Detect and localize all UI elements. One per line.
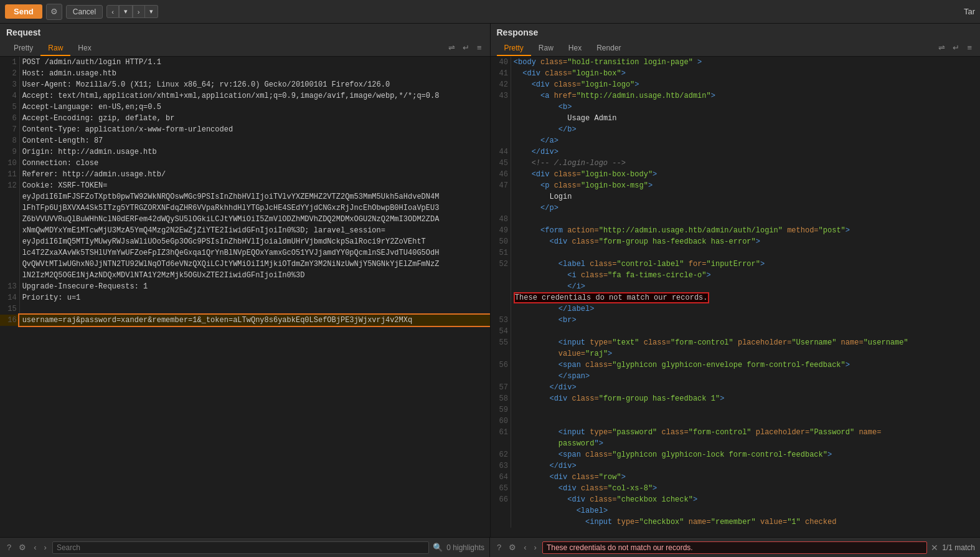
tab-request-raw[interactable]: Raw (40, 41, 70, 56)
line-number: 62 (491, 449, 511, 460)
nav-fwd-button[interactable]: › (133, 5, 145, 18)
line-content: <label> (511, 505, 980, 517)
table-row: Login (491, 191, 981, 202)
tab-response-raw[interactable]: Raw (531, 41, 561, 56)
table-row: 57 </div> (491, 382, 981, 393)
nav-back-button[interactable]: ‹ (106, 5, 119, 18)
request-menu-icon[interactable]: ≡ (475, 43, 484, 52)
table-row: <label> (491, 505, 981, 517)
response-search-close-icon[interactable]: ✕ (931, 543, 938, 553)
search-submit-icon[interactable]: 🔍 (433, 543, 443, 552)
line-content: Priority: u=1 (19, 292, 489, 303)
request-tab-bar: Pretty Raw Hex ⇌ ↵ ≡ (6, 41, 484, 56)
table-row: 40 <body class="hold-transition login-pa… (491, 57, 981, 68)
bottom-nav-fwd-icon[interactable]: › (42, 543, 49, 552)
table-row: 7 Content-Type: application/x-www-form-u… (0, 124, 490, 135)
request-wrap-icon[interactable]: ⇌ (446, 43, 457, 52)
line-number (491, 348, 511, 359)
table-row: QvQWVtMTlwUGhxN0JjNTN2TU92WlNqOTd6eVNzQX… (0, 259, 490, 270)
bottom-nav-back-icon[interactable]: ‹ (32, 543, 38, 552)
table-row: 51 (491, 247, 981, 259)
line-content: Accept: text/html,application/xhtml+xml,… (19, 90, 489, 102)
bottom-bar: ? ⚙ ‹ › 🔍 0 highlights ? ⚙ ‹ › ✕ 1/1 mat… (0, 537, 980, 557)
line-number: 13 (0, 281, 19, 292)
line-number: 14 (0, 292, 19, 303)
line-content: Upgrade-Insecure-Requests: 1 (19, 281, 489, 292)
line-number (491, 292, 511, 303)
tab-response-render[interactable]: Render (589, 41, 628, 56)
main-area: Request Pretty Raw Hex ⇌ ↵ ≡ 1 POST /adm… (0, 24, 980, 537)
line-content: Host: admin.usage.htb (19, 68, 489, 79)
request-panel-title: Request (6, 27, 484, 37)
nav-back-dropdown-button[interactable]: ▾ (119, 5, 133, 18)
table-row: </span> (491, 371, 981, 382)
line-content: <div class="login-box-body"> (511, 169, 980, 180)
response-wrap-icon[interactable]: ⇌ (936, 43, 947, 52)
line-content: </a> (511, 135, 980, 146)
line-number (491, 270, 511, 281)
table-row: 43 <a href="http://admin.usage.htb/admin… (491, 90, 981, 102)
line-content: value="raj"> (511, 348, 980, 359)
line-content: <p class="login-box-msg"> (511, 180, 980, 191)
search-input[interactable] (52, 541, 429, 554)
send-button[interactable]: Send (5, 4, 42, 19)
line-number: 44 (491, 146, 511, 158)
line-number: 5 (0, 102, 19, 113)
line-content: </label> (511, 303, 980, 315)
response-code-area[interactable]: 40 <body class="hold-transition login-pa… (491, 57, 981, 537)
line-content: <span class="glyphicon glyphicon-lock fo… (511, 449, 980, 460)
table-row: 13 Upgrade-Insecure-Requests: 1 (0, 281, 490, 292)
request-code-table: 1 POST /admin/auth/login HTTP/1.1 2 Host… (0, 57, 490, 326)
line-number: 2 (0, 68, 19, 79)
bottom-right-settings-icon[interactable]: ⚙ (507, 543, 518, 552)
tab-response-hex[interactable]: Hex (561, 41, 589, 56)
table-row: 12 Cookie: XSRF-TOKEN= (0, 180, 490, 191)
bottom-right-nav-fwd-icon[interactable]: › (532, 543, 539, 552)
bottom-right-nav-back-icon[interactable]: ‹ (522, 543, 528, 552)
table-row: 15 (0, 303, 490, 315)
table-row: Z6bVVUVVRuQlBuWHhNclN0dERFem42dWQySU5lOG… (0, 214, 490, 225)
tab-request-pretty[interactable]: Pretty (6, 41, 40, 56)
table-row: 9 Origin: http://admin.usage.htb (0, 146, 490, 158)
toolbar-title: Tar (964, 7, 975, 16)
cancel-button[interactable]: Cancel (66, 5, 103, 19)
table-row: eyJpdiI6ImQ5MTIyMUwyRWJsaWliUOo5eGp3OGc9… (0, 236, 490, 247)
request-code-area[interactable]: 1 POST /admin/auth/login HTTP/1.1 2 Host… (0, 57, 490, 537)
table-row: </a> (491, 135, 981, 146)
bottom-settings-icon[interactable]: ⚙ (17, 543, 28, 552)
table-row-redbox: These credentials do not match our recor… (491, 292, 981, 303)
response-search-input[interactable] (542, 541, 927, 554)
table-row: 41 <div class="login-box"> (491, 68, 981, 79)
response-tab-bar: Pretty Raw Hex Render ⇌ ↵ ≡ (497, 41, 974, 56)
bottom-right-help-icon[interactable]: ? (495, 543, 503, 552)
line-content: <b> (511, 102, 980, 113)
line-content: User-Agent: Mozilla/5.0 (X11; Linux x86_… (19, 79, 489, 90)
match-count: 1/1 match (942, 543, 975, 552)
bottom-help-icon[interactable]: ? (5, 543, 13, 552)
line-content: </i> (511, 281, 980, 292)
nav-fwd-dropdown-button[interactable]: ▾ (145, 5, 158, 18)
table-row: 59 (491, 404, 981, 416)
line-content: <div class="row"> (511, 472, 980, 483)
table-row: 6 Accept-Encoding: gzip, deflate, br (0, 113, 490, 124)
line-number: 47 (491, 180, 511, 191)
request-indent-icon[interactable]: ↵ (461, 43, 471, 52)
line-content: lN2IzM2Q5OGE1NjAzNDQxMDVlNTA1Y2MzMjk5OGU… (19, 270, 489, 281)
table-row: 5 Accept-Language: en-US,en;q=0.5 (0, 102, 490, 113)
table-row: 14 Priority: u=1 (0, 292, 490, 303)
line-number (491, 281, 511, 292)
table-row: 48 (491, 214, 981, 225)
tab-response-pretty[interactable]: Pretty (497, 41, 531, 56)
line-number: 6 (0, 113, 19, 124)
settings-button[interactable]: ⚙ (46, 4, 62, 20)
line-number: 55 (491, 337, 511, 348)
line-content: eyJpdiI6ImFJSFZoTXptb0pwTW92WkNRQOswMGc9… (19, 191, 489, 202)
line-number (0, 214, 19, 225)
response-menu-icon[interactable]: ≡ (965, 43, 974, 52)
tab-request-hex[interactable]: Hex (70, 41, 98, 56)
line-number: 8 (0, 135, 19, 146)
line-content: <input type="text" class="form-control" … (511, 337, 980, 348)
line-number: 57 (491, 382, 511, 393)
bottom-toolbar-right: ? ⚙ ‹ › ✕ 1/1 match (490, 538, 980, 557)
response-indent-icon[interactable]: ↵ (951, 43, 961, 52)
